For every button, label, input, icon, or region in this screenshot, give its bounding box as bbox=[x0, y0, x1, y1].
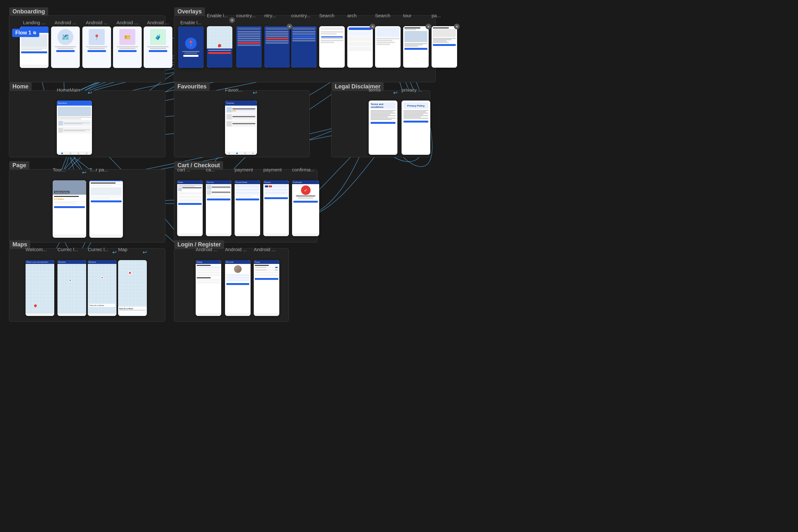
screen-map: Map ↩ Palau De La Musia bbox=[118, 254, 147, 309]
screen-onboarding-2: Android ... 🗺️ bbox=[51, 20, 80, 68]
screen-label-search-3: Search bbox=[375, 13, 391, 18]
screen-label-current-loc-2: Currec l... bbox=[88, 247, 109, 252]
screen-label-tour: tour bbox=[403, 13, 412, 18]
back-arrow-fav: ↩ bbox=[253, 90, 257, 96]
screen-label-onboarding-2: Android ... bbox=[55, 20, 76, 25]
screen-label-search-2: arch bbox=[347, 13, 357, 18]
screen-your-cart: ca... Your Cart bbox=[206, 174, 231, 230]
screen-search-2: arch ✕ bbox=[347, 20, 373, 61]
screen-enable-loc-1: Enable l... 📍 bbox=[178, 20, 204, 68]
section-label-onboarding: Onboarding bbox=[9, 7, 48, 16]
screen-frame-onboarding-2[interactable]: 🗺️ bbox=[51, 26, 80, 68]
screen-label-country-1: country... bbox=[236, 13, 256, 18]
screen-frame-search-1[interactable] bbox=[319, 26, 345, 68]
screen-frame-terms[interactable]: Terms and conditions bbox=[369, 100, 397, 155]
screen-label-onboarding-3: Android ... bbox=[86, 20, 108, 25]
screen-edit-profile: Android ... Edit profile bbox=[225, 254, 251, 309]
screen-frame-pa[interactable] bbox=[432, 26, 457, 68]
back-arrow-home: ↩ bbox=[88, 90, 92, 96]
screen-frame-search-2[interactable] bbox=[347, 26, 373, 68]
screen-frame-onboarding-4[interactable]: 🎫 bbox=[113, 26, 142, 68]
flow-badge-icon: ⧉ bbox=[33, 31, 36, 35]
screen-home-main: HomeMain ↩ Barcelona bbox=[57, 94, 92, 148]
screen-settings: Android ... Settings bbox=[196, 254, 221, 309]
screen-label-home-main: HomeMain bbox=[57, 87, 80, 93]
screen-frame-your-cart[interactable]: Your Cart bbox=[206, 180, 231, 236]
close-btn-1[interactable]: ✕ bbox=[229, 17, 235, 23]
screen-frame-enable-2[interactable] bbox=[207, 26, 232, 68]
screen-tour: tour ✕ bbox=[403, 20, 429, 61]
screen-enable-loc-2: Enable l... ✕ bbox=[207, 20, 232, 61]
screen-frame-tour-page-2[interactable] bbox=[89, 180, 123, 238]
screen-frame-current-loc-2[interactable]: Barcelona Palau De La Musika bbox=[88, 260, 116, 316]
screen-label-map: Map bbox=[118, 247, 127, 252]
screen-payment-1: payment Personal Details bbox=[234, 174, 260, 230]
screen-onboarding-3: Android ... 📍 bbox=[82, 20, 111, 68]
section-label-favourites: Favourites bbox=[174, 82, 210, 91]
screen-country-3: country... bbox=[291, 20, 317, 61]
screen-frame-privacy-settings[interactable]: Privacy bbox=[254, 260, 279, 316]
section-label-home: Home bbox=[9, 82, 32, 91]
screen-frame-onboarding-3[interactable]: 📍 bbox=[82, 26, 111, 68]
screen-frame-tour-detail[interactable]: Auditorium Synfony 4.3 bbox=[53, 180, 86, 238]
screen-frame-settings[interactable]: Settings bbox=[196, 260, 221, 316]
screen-frame-search-3[interactable] bbox=[375, 26, 401, 68]
screen-terms: terms ↩ Terms and conditions bbox=[369, 94, 397, 148]
screen-privacy-settings: Android ... Privacy bbox=[254, 254, 279, 309]
screen-frame-confirmation[interactable]: Confirmation ✓ bbox=[292, 180, 319, 236]
screen-label-onboarding-4: Android ... bbox=[116, 20, 138, 25]
section-page: Page bbox=[9, 169, 165, 243]
close-btn-3[interactable]: ✕ bbox=[369, 24, 375, 30]
flow-badge[interactable]: Flow 1 ⧉ bbox=[12, 29, 39, 37]
screen-frame-country-1[interactable] bbox=[236, 26, 262, 68]
screen-label-your-cart: ca... bbox=[206, 167, 215, 172]
screen-frame-country-2[interactable] bbox=[264, 26, 290, 68]
screen-frame-country-3[interactable] bbox=[291, 26, 317, 68]
screen-frame-privacy[interactable]: Privacy Policy bbox=[402, 100, 430, 155]
screen-frame-current-loc-1[interactable]: Barcelona bbox=[57, 260, 86, 316]
screen-current-loc-1: Currec l... Barcelona bbox=[57, 254, 86, 309]
screen-label-favorites: Favori... bbox=[225, 87, 242, 93]
screen-frame-payment-2[interactable]: Payment bbox=[263, 180, 289, 236]
close-btn-5[interactable]: ✕ bbox=[454, 24, 460, 30]
screen-frame-onboarding-5[interactable]: 🧳 bbox=[144, 26, 172, 68]
screen-frame-welcome-map[interactable]: Where is your next adventure? bbox=[25, 260, 54, 316]
screen-label-tour-page-2: T...r pa... bbox=[89, 167, 108, 172]
screen-confirmation: confirma... Confirmation ✓ bbox=[292, 174, 319, 230]
screen-current-loc-2: Currec l... ↩ Barcelona Palau De La Musi… bbox=[88, 254, 116, 309]
screen-frame-edit-profile[interactable]: Edit profile bbox=[225, 260, 251, 316]
screen-frame-home-main[interactable]: Barcelona bbox=[57, 100, 92, 155]
back-arrow-tour: ↩ bbox=[82, 169, 86, 175]
screen-frame-enable-1[interactable]: 📍 bbox=[178, 26, 204, 68]
screen-welcome-map: Welcom... Where is your next adventure? bbox=[25, 254, 54, 309]
close-btn-4[interactable]: ✕ bbox=[425, 24, 431, 30]
screen-frame-tour[interactable] bbox=[403, 26, 429, 68]
screen-country-2: ntry... ✕ bbox=[264, 20, 290, 61]
screen-country-1: country... bbox=[236, 20, 262, 61]
screen-frame-payment-1[interactable]: Personal Details bbox=[234, 180, 260, 236]
screen-label-privacy-settings: Android ... bbox=[254, 247, 276, 252]
screen-label-privacy: privacy ... bbox=[402, 87, 422, 93]
screen-frame-favorites[interactable]: Favorites bbox=[225, 100, 257, 155]
screen-pa: pa... ✕ bbox=[432, 20, 457, 61]
screen-label-payment-2: payment bbox=[263, 167, 282, 172]
screen-tour-page-2: T...r pa... bbox=[89, 174, 123, 231]
screen-label-payment-1: payment bbox=[234, 167, 253, 172]
canvas: Onboarding Flow 1 ⧉ Landing ... CULTOU bbox=[0, 0, 798, 532]
screen-label-terms: terms bbox=[369, 87, 381, 93]
screen-label-enable-2: Enable l... bbox=[207, 13, 228, 18]
screen-label-welcome-map: Welcom... bbox=[25, 247, 46, 252]
screen-label-search-1: Search bbox=[319, 13, 335, 18]
screen-label-tour-detail: Tour... bbox=[53, 167, 66, 172]
screen-frame-cart[interactable]: Details bbox=[177, 180, 203, 236]
back-arrow-terms: ↩ bbox=[393, 90, 397, 96]
screen-search-3: Search bbox=[375, 20, 401, 61]
screen-label-edit-profile: Android ... bbox=[225, 247, 247, 252]
screen-payment-2: payment Payment bbox=[263, 174, 289, 230]
back-arrow-loc: ↩ bbox=[112, 249, 116, 255]
back-arrow-map: ↩ bbox=[143, 249, 147, 255]
screen-frame-map[interactable]: Palau De La Musia bbox=[118, 260, 147, 316]
screen-label-settings: Android ... bbox=[196, 247, 217, 252]
close-btn-2[interactable]: ✕ bbox=[287, 24, 292, 30]
screen-cart: cart ... Details bbox=[177, 174, 203, 230]
